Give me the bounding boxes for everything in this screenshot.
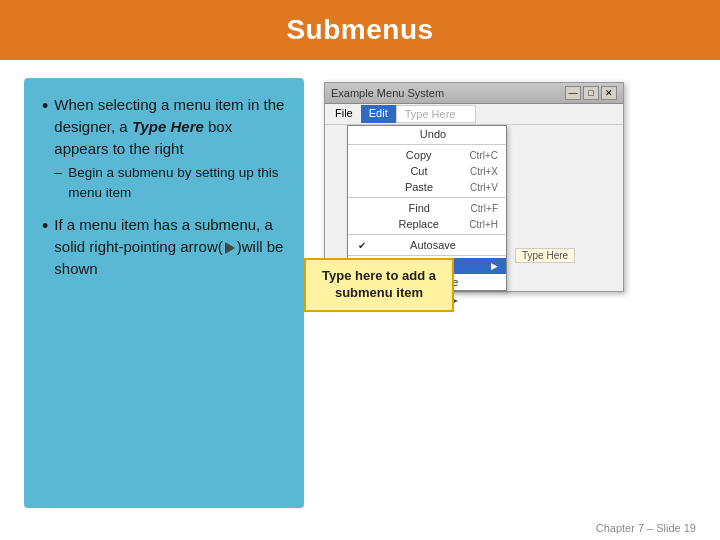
slide-container: Submenus • When selecting a menu item in… [0, 0, 720, 540]
flyout-area: Type Here [507, 125, 575, 291]
slide-footer: Chapter 7 – Slide 19 [0, 518, 720, 540]
bullet-2-text: If a menu item has a submenu, a solid ri… [54, 214, 286, 279]
menu-menubar: File Edit Type Here [325, 104, 623, 125]
shortcut-replace: Ctrl+H [469, 219, 498, 230]
left-panel: • When selecting a menu item in the desi… [24, 78, 304, 508]
menubar-type-here[interactable]: Type Here [396, 105, 476, 123]
right-arrow-icon [225, 242, 235, 254]
slide-body: • When selecting a menu item in the desi… [0, 60, 720, 518]
slide-header: Submenus [0, 0, 720, 60]
close-button[interactable]: ✕ [601, 86, 617, 100]
sep-2 [348, 197, 506, 198]
shortcut-copy: Ctrl+C [469, 150, 498, 161]
menu-item-autosave[interactable]: ✔ Autosave [348, 237, 506, 253]
menubar-edit[interactable]: Edit [361, 105, 396, 123]
menubar-file[interactable]: File [327, 105, 361, 123]
maximize-button[interactable]: □ [583, 86, 599, 100]
bullet-dot-2: • [42, 217, 48, 279]
shortcut-paste: Ctrl+V [470, 182, 498, 193]
right-panel: Example Menu System — □ ✕ File Edit Type… [324, 78, 696, 508]
sort-arrow-icon: ▶ [491, 261, 498, 271]
sub-bullet-1: Begin a submenu by setting up this menu … [54, 163, 286, 202]
label-undo: Undo [420, 128, 446, 140]
tooltip-text: Type here to add a submenu item [322, 268, 436, 300]
window-title: Example Menu System [331, 87, 444, 99]
minimize-button[interactable]: — [565, 86, 581, 100]
label-cut: Cut [410, 165, 427, 177]
sep-3 [348, 234, 506, 235]
bullet-1-text: When selecting a menu item in the design… [54, 94, 286, 208]
shortcut-find: Ctrl+F [471, 203, 499, 214]
tooltip-box: Type here to add a submenu item [304, 258, 454, 312]
sep-4 [348, 255, 506, 256]
label-paste: Paste [405, 181, 433, 193]
footer-text: Chapter 7 – Slide 19 [596, 522, 696, 534]
label-find: Find [409, 202, 430, 214]
menu-item-copy[interactable]: Copy Ctrl+C [348, 147, 506, 163]
sep-1 [348, 144, 506, 145]
menu-item-replace[interactable]: Replace Ctrl+H [348, 216, 506, 232]
menu-item-undo[interactable]: Undo [348, 126, 506, 142]
label-replace: Replace [399, 218, 439, 230]
menu-item-paste[interactable]: Paste Ctrl+V [348, 179, 506, 195]
titlebar-controls: — □ ✕ [565, 86, 617, 100]
type-here-label: Type Here [132, 118, 204, 135]
check-autosave: ✔ [356, 240, 368, 251]
shortcut-cut: Ctrl+X [470, 166, 498, 177]
label-autosave: Autosave [410, 239, 456, 251]
menu-item-find[interactable]: Find Ctrl+F [348, 200, 506, 216]
bullet-1: • When selecting a menu item in the desi… [42, 94, 286, 208]
bullet-2: • If a menu item has a submenu, a solid … [42, 214, 286, 279]
titlebar: Example Menu System — □ ✕ [325, 83, 623, 104]
slide-title: Submenus [286, 14, 433, 45]
menu-item-cut[interactable]: Cut Ctrl+X [348, 163, 506, 179]
flyout-type-here-label: Type Here [515, 248, 575, 263]
bullet-dot-1: • [42, 97, 48, 208]
label-copy: Copy [406, 149, 432, 161]
